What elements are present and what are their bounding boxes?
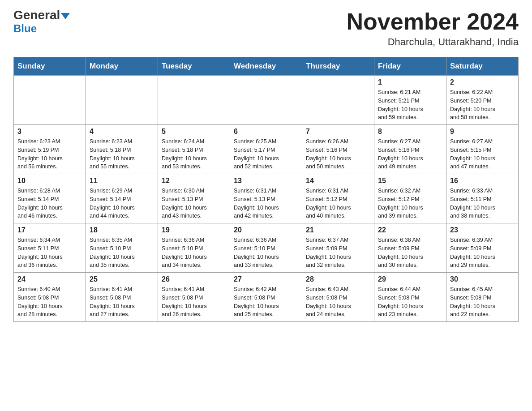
- calendar-cell: 9Sunrise: 6:27 AMSunset: 5:15 PMDaylight…: [446, 125, 519, 174]
- day-number: 19: [162, 226, 226, 234]
- day-number: 2: [450, 78, 515, 86]
- location-title: Dharchula, Uttarakhand, India: [347, 36, 519, 48]
- day-number: 30: [450, 275, 515, 283]
- day-info: Sunrise: 6:45 AMSunset: 5:08 PMDaylight:…: [450, 285, 515, 319]
- calendar-cell: 22Sunrise: 6:38 AMSunset: 5:09 PMDayligh…: [374, 223, 446, 273]
- day-info: Sunrise: 6:23 AMSunset: 5:19 PMDaylight:…: [17, 137, 82, 171]
- day-info: Sunrise: 6:41 AMSunset: 5:08 PMDaylight:…: [90, 285, 154, 319]
- day-info: Sunrise: 6:35 AMSunset: 5:10 PMDaylight:…: [90, 236, 154, 270]
- day-number: 13: [234, 177, 298, 185]
- calendar-cell: 26Sunrise: 6:41 AMSunset: 5:08 PMDayligh…: [158, 273, 230, 322]
- day-info: Sunrise: 6:25 AMSunset: 5:17 PMDaylight:…: [234, 137, 298, 171]
- day-number: 9: [450, 128, 515, 136]
- day-number: 5: [162, 128, 226, 136]
- day-info: Sunrise: 6:44 AMSunset: 5:08 PMDaylight:…: [378, 285, 442, 319]
- day-number: 21: [306, 226, 370, 234]
- calendar-cell: 28Sunrise: 6:43 AMSunset: 5:08 PMDayligh…: [302, 273, 374, 322]
- day-info: Sunrise: 6:36 AMSunset: 5:10 PMDaylight:…: [234, 236, 298, 270]
- day-info: Sunrise: 6:34 AMSunset: 5:11 PMDaylight:…: [17, 236, 82, 270]
- day-number: 16: [450, 177, 515, 185]
- day-number: 18: [90, 226, 154, 234]
- calendar-cell: 8Sunrise: 6:27 AMSunset: 5:16 PMDaylight…: [374, 125, 446, 174]
- calendar-cell: 5Sunrise: 6:24 AMSunset: 5:18 PMDaylight…: [158, 125, 230, 174]
- calendar-cell: 20Sunrise: 6:36 AMSunset: 5:10 PMDayligh…: [230, 223, 302, 273]
- calendar-table: SundayMondayTuesdayWednesdayThursdayFrid…: [13, 57, 519, 322]
- calendar-cell: 18Sunrise: 6:35 AMSunset: 5:10 PMDayligh…: [86, 223, 158, 273]
- day-number: 17: [17, 226, 82, 234]
- calendar-cell: 2Sunrise: 6:22 AMSunset: 5:20 PMDaylight…: [446, 76, 519, 125]
- logo-blue-text: Blue: [13, 22, 37, 35]
- day-info: Sunrise: 6:31 AMSunset: 5:13 PMDaylight:…: [234, 187, 298, 220]
- weekday-header-tuesday: Tuesday: [158, 57, 230, 76]
- day-info: Sunrise: 6:31 AMSunset: 5:12 PMDaylight:…: [306, 187, 370, 220]
- weekday-header-friday: Friday: [374, 57, 446, 76]
- day-info: Sunrise: 6:26 AMSunset: 5:16 PMDaylight:…: [306, 137, 370, 171]
- calendar-cell: 30Sunrise: 6:45 AMSunset: 5:08 PMDayligh…: [446, 273, 519, 322]
- day-number: 14: [306, 177, 370, 185]
- day-info: Sunrise: 6:41 AMSunset: 5:08 PMDaylight:…: [162, 285, 226, 319]
- calendar-cell: 19Sunrise: 6:36 AMSunset: 5:10 PMDayligh…: [158, 223, 230, 273]
- day-number: 20: [234, 226, 298, 234]
- calendar-cell: 27Sunrise: 6:42 AMSunset: 5:08 PMDayligh…: [230, 273, 302, 322]
- day-number: 26: [162, 275, 226, 283]
- weekday-header-thursday: Thursday: [302, 57, 374, 76]
- weekday-header-saturday: Saturday: [446, 57, 519, 76]
- day-number: 28: [306, 275, 370, 283]
- day-info: Sunrise: 6:33 AMSunset: 5:11 PMDaylight:…: [450, 187, 515, 220]
- day-number: 11: [90, 177, 154, 185]
- day-info: Sunrise: 6:22 AMSunset: 5:20 PMDaylight:…: [450, 88, 515, 122]
- calendar-cell: 21Sunrise: 6:37 AMSunset: 5:09 PMDayligh…: [302, 223, 374, 273]
- week-row-4: 17Sunrise: 6:34 AMSunset: 5:11 PMDayligh…: [14, 223, 519, 273]
- calendar-cell: [230, 76, 302, 125]
- day-info: Sunrise: 6:40 AMSunset: 5:08 PMDaylight:…: [17, 285, 82, 319]
- day-number: 15: [378, 177, 442, 185]
- calendar-cell: 25Sunrise: 6:41 AMSunset: 5:08 PMDayligh…: [86, 273, 158, 322]
- day-info: Sunrise: 6:43 AMSunset: 5:08 PMDaylight:…: [306, 285, 370, 319]
- logo-general-text: General: [13, 9, 70, 21]
- calendar-cell: [302, 76, 374, 125]
- day-number: 24: [17, 275, 82, 283]
- calendar-cell: 17Sunrise: 6:34 AMSunset: 5:11 PMDayligh…: [14, 223, 86, 273]
- calendar-cell: 7Sunrise: 6:26 AMSunset: 5:16 PMDaylight…: [302, 125, 374, 174]
- day-number: 25: [90, 275, 154, 283]
- day-info: Sunrise: 6:39 AMSunset: 5:09 PMDaylight:…: [450, 236, 515, 270]
- calendar-cell: 6Sunrise: 6:25 AMSunset: 5:17 PMDaylight…: [230, 125, 302, 174]
- day-info: Sunrise: 6:36 AMSunset: 5:10 PMDaylight:…: [162, 236, 226, 270]
- day-info: Sunrise: 6:42 AMSunset: 5:08 PMDaylight:…: [234, 285, 298, 319]
- day-number: 6: [234, 128, 298, 136]
- day-info: Sunrise: 6:24 AMSunset: 5:18 PMDaylight:…: [162, 137, 226, 171]
- logo: General Blue: [13, 9, 70, 35]
- day-number: 7: [306, 128, 370, 136]
- calendar-cell: 14Sunrise: 6:31 AMSunset: 5:12 PMDayligh…: [302, 174, 374, 223]
- calendar-cell: 1Sunrise: 6:21 AMSunset: 5:21 PMDaylight…: [374, 76, 446, 125]
- day-number: 4: [90, 128, 154, 136]
- calendar-cell: 13Sunrise: 6:31 AMSunset: 5:13 PMDayligh…: [230, 174, 302, 223]
- day-number: 8: [378, 128, 442, 136]
- day-info: Sunrise: 6:27 AMSunset: 5:15 PMDaylight:…: [450, 137, 515, 171]
- month-title: November 2024: [347, 9, 519, 34]
- day-number: 1: [378, 78, 442, 86]
- weekday-header-sunday: Sunday: [14, 57, 86, 76]
- day-info: Sunrise: 6:30 AMSunset: 5:13 PMDaylight:…: [162, 187, 226, 220]
- day-number: 23: [450, 226, 515, 234]
- calendar-cell: 29Sunrise: 6:44 AMSunset: 5:08 PMDayligh…: [374, 273, 446, 322]
- day-number: 3: [17, 128, 82, 136]
- day-info: Sunrise: 6:23 AMSunset: 5:18 PMDaylight:…: [90, 137, 154, 171]
- header: General Blue November 2024 Dharchula, Ut…: [13, 9, 519, 48]
- day-info: Sunrise: 6:32 AMSunset: 5:12 PMDaylight:…: [378, 187, 442, 220]
- day-info: Sunrise: 6:21 AMSunset: 5:21 PMDaylight:…: [378, 88, 442, 122]
- day-info: Sunrise: 6:29 AMSunset: 5:14 PMDaylight:…: [90, 187, 154, 220]
- calendar-cell: 24Sunrise: 6:40 AMSunset: 5:08 PMDayligh…: [14, 273, 86, 322]
- weekday-header-monday: Monday: [86, 57, 158, 76]
- day-number: 10: [17, 177, 82, 185]
- week-row-1: 1Sunrise: 6:21 AMSunset: 5:21 PMDaylight…: [14, 76, 519, 125]
- weekday-header-row: SundayMondayTuesdayWednesdayThursdayFrid…: [14, 57, 519, 76]
- day-info: Sunrise: 6:28 AMSunset: 5:14 PMDaylight:…: [17, 187, 82, 220]
- logo-triangle-icon: [61, 13, 70, 19]
- calendar-cell: 15Sunrise: 6:32 AMSunset: 5:12 PMDayligh…: [374, 174, 446, 223]
- day-number: 29: [378, 275, 442, 283]
- day-number: 27: [234, 275, 298, 283]
- calendar-cell: 11Sunrise: 6:29 AMSunset: 5:14 PMDayligh…: [86, 174, 158, 223]
- day-info: Sunrise: 6:38 AMSunset: 5:09 PMDaylight:…: [378, 236, 442, 270]
- calendar-cell: [14, 76, 86, 125]
